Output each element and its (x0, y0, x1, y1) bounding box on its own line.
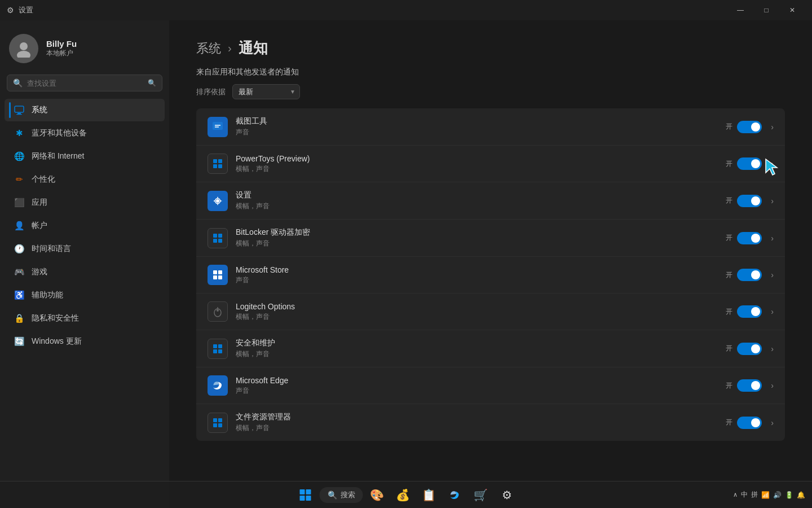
user-type: 本地帐户 (46, 49, 77, 58)
svg-rect-8 (213, 159, 217, 163)
toggle-snip[interactable] (737, 121, 762, 133)
svg-rect-10 (213, 164, 217, 168)
svg-rect-16 (213, 239, 217, 243)
toggle-edge[interactable] (737, 379, 762, 392)
app-row-edge[interactable]: Microsoft Edge 声音 开 › (196, 367, 785, 404)
sort-select[interactable]: 最新 名称 (232, 84, 300, 99)
app-row-security[interactable]: 安全和维护 横幅，声音 开 › (196, 330, 785, 367)
app-info-bitlocker: BitLocker 驱动器加密 横幅，声音 (236, 227, 726, 248)
sidebar-item-time[interactable]: 🕐 时间和语言 (5, 238, 165, 260)
taskbar: 🔍 搜索 🎨 💰 📋 🛒 ⚙ ∧ 中 拼 📶 🔊 🔋 🔔 (0, 481, 812, 508)
sidebar-item-network[interactable]: 🌐 网络和 Internet (5, 145, 165, 168)
sidebar-item-gaming[interactable]: 🎮 游戏 (5, 261, 165, 283)
user-profile[interactable]: Billy Fu 本地帐户 (0, 20, 169, 75)
sort-label: 排序依据 (196, 87, 226, 97)
sort-bar: 排序依据 最新 名称 ▼ (196, 84, 785, 99)
sidebar-item-personalization-label: 个性化 (32, 174, 55, 185)
toggle-powertoys[interactable] (737, 157, 762, 170)
taskbar-app-colorful[interactable]: 🎨 (365, 483, 389, 507)
title-bar: ⚙ 设置 — □ ✕ (0, 0, 812, 20)
sidebar-item-privacy[interactable]: 🔒 隐私和安全性 (5, 307, 165, 330)
sidebar-item-apps[interactable]: ⬛ 应用 (5, 191, 165, 214)
toggle-bitlocker[interactable] (737, 232, 762, 244)
svg-rect-15 (218, 234, 222, 238)
sidebar-item-accessibility[interactable]: ♿ 辅助功能 (5, 284, 165, 306)
sidebar-nav: 系统 ✱ 蓝牙和其他设备 🌐 网络和 Internet ✏ 个性化 ⬛ 应用 👤… (0, 98, 169, 353)
app-name-bitlocker: BitLocker 驱动器加密 (236, 227, 726, 238)
chevron-right-edge: › (771, 381, 774, 390)
taskbar-app-coin[interactable]: 💰 (391, 483, 415, 507)
sidebar-item-accounts[interactable]: 👤 帐户 (5, 214, 165, 237)
taskbar-search[interactable]: 🔍 搜索 (320, 487, 363, 503)
privacy-icon: 🔒 (14, 313, 25, 324)
sidebar-item-bluetooth[interactable]: ✱ 蓝牙和其他设备 (5, 122, 165, 144)
taskbar-ime-lang[interactable]: 中 (741, 490, 748, 500)
minimize-button[interactable]: — (727, 0, 753, 20)
svg-rect-34 (306, 489, 311, 494)
app-desc-settings: 横幅，声音 (236, 202, 726, 211)
chevron-right-security: › (771, 344, 774, 353)
accessibility-icon: ♿ (14, 290, 25, 301)
app-info-logitech: Logitech Options 横幅，声音 (236, 302, 726, 322)
toggle-security[interactable] (737, 343, 762, 355)
app-desc-explorer: 横幅，声音 (236, 423, 726, 433)
app-name-snip: 截图工具 (236, 116, 726, 126)
search-box[interactable]: 🔍 🔍 (7, 75, 162, 91)
user-name: Billy Fu (46, 39, 77, 49)
app-icon-store (208, 265, 228, 285)
sidebar-item-update[interactable]: 🔄 Windows 更新 (5, 330, 165, 353)
taskbar-app-settings[interactable]: ⚙ (495, 483, 519, 507)
app-row-settings[interactable]: 设置 横幅，声音 开 › (196, 182, 785, 220)
search-input[interactable] (27, 79, 143, 87)
taskbar-notification-icon[interactable]: 🔔 (797, 491, 805, 499)
app-row-powertoys[interactable]: PowerToys (Preview) 横幅，声音 开 › (196, 146, 785, 182)
taskbar-center: 🔍 搜索 🎨 💰 📋 🛒 ⚙ (294, 483, 519, 507)
chevron-right-explorer: › (771, 418, 774, 427)
taskbar-wifi-icon[interactable]: 📶 (761, 491, 770, 499)
sidebar-item-network-label: 网络和 Internet (32, 151, 84, 161)
app-info-snip: 截图工具 声音 (236, 116, 726, 137)
sidebar-item-system[interactable]: 系统 (5, 99, 165, 121)
section-title: 来自应用和其他发送者的通知 (196, 67, 785, 77)
sidebar-item-accounts-label: 帐户 (32, 221, 47, 231)
toggle-settings[interactable] (737, 195, 762, 207)
app-row-store[interactable]: Microsoft Store 声音 开 › (196, 257, 785, 294)
svg-rect-28 (218, 349, 222, 353)
toggle-logitech[interactable] (737, 305, 762, 318)
taskbar-volume-icon[interactable]: 🔊 (773, 491, 782, 499)
breadcrumb: 系统 › 通知 (196, 38, 785, 58)
app-row-logitech[interactable]: Logitech Options 横幅，声音 开 › (196, 294, 785, 330)
taskbar-start-button[interactable] (294, 483, 317, 507)
sidebar-item-update-label: Windows 更新 (32, 336, 82, 347)
search-icon: 🔍 (13, 78, 23, 87)
svg-rect-14 (213, 234, 217, 238)
svg-point-12 (216, 199, 219, 203)
app-row-explorer[interactable]: 文件资源管理器 横幅，声音 开 › (196, 404, 785, 441)
taskbar-app-files[interactable]: 📋 (417, 483, 441, 507)
app-desc-snip: 声音 (236, 128, 726, 137)
taskbar-app-edge[interactable] (443, 483, 467, 507)
svg-rect-32 (218, 423, 222, 427)
taskbar-battery-icon[interactable]: 🔋 (785, 491, 793, 499)
toggle-store[interactable] (737, 269, 762, 281)
svg-rect-11 (218, 164, 222, 168)
sort-select-wrapper[interactable]: 最新 名称 ▼ (232, 84, 300, 99)
toggle-explorer[interactable] (737, 417, 762, 429)
toggle-label-explorer: 开 (726, 418, 732, 427)
accounts-icon: 👤 (14, 220, 25, 231)
maximize-button[interactable]: □ (753, 0, 779, 20)
svg-rect-18 (213, 270, 217, 274)
svg-rect-31 (213, 423, 217, 427)
sidebar-item-personalization[interactable]: ✏ 个性化 (5, 168, 165, 191)
app-row-bitlocker[interactable]: BitLocker 驱动器加密 横幅，声音 开 › (196, 220, 785, 257)
app-name-explorer: 文件资源管理器 (236, 412, 726, 422)
taskbar-ime-mode[interactable]: 拼 (751, 490, 758, 500)
app-row-snip[interactable]: 截图工具 声音 开 › (196, 108, 785, 146)
svg-rect-5 (213, 122, 223, 130)
taskbar-app-store[interactable]: 🛒 (469, 483, 493, 507)
taskbar-system-tray-expand[interactable]: ∧ (733, 491, 738, 498)
search-magnifier: 🔍 (148, 79, 156, 87)
svg-rect-2 (15, 106, 24, 112)
close-button[interactable]: ✕ (779, 0, 805, 20)
toggle-label-logitech: 开 (726, 307, 732, 317)
